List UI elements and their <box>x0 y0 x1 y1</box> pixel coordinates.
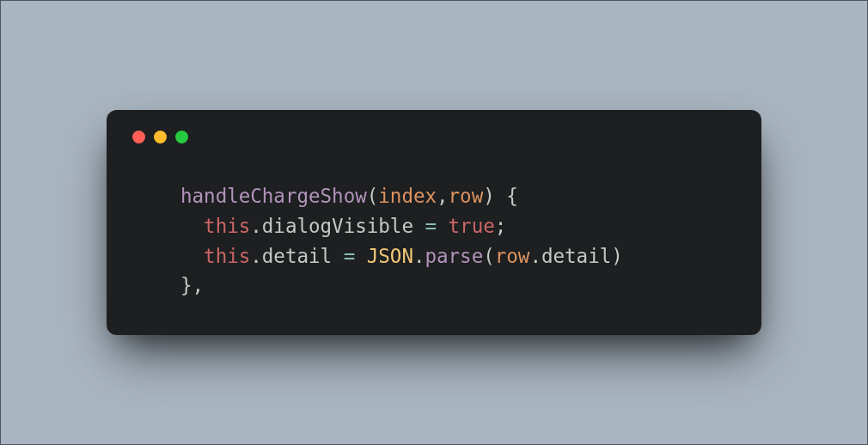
this-keyword: this <box>204 215 250 237</box>
space <box>332 245 344 267</box>
true-literal: true <box>449 215 495 237</box>
param-index: index <box>378 185 437 207</box>
code-line-3: this.detail = JSON.parse(row.detail) <box>180 245 623 267</box>
code-block: handleChargeShow(index,row) { this.dialo… <box>131 181 737 310</box>
close-brace-comma: }, <box>180 274 204 296</box>
minimize-icon[interactable] <box>154 131 167 143</box>
detail-prop: detail <box>541 245 611 267</box>
semicolon: ; <box>495 215 507 237</box>
dot: . <box>413 245 425 267</box>
dot: . <box>529 245 541 267</box>
indent <box>180 215 204 237</box>
param-row: row <box>449 185 484 207</box>
prop-dialogVisible: dialogVisible <box>262 215 413 237</box>
space <box>413 215 425 237</box>
code-line-1: handleChargeShow(index,row) { <box>180 185 518 207</box>
dot: . <box>250 245 262 267</box>
prop-detail: detail <box>262 245 332 267</box>
close-icon[interactable] <box>132 131 145 143</box>
row-identifier: row <box>495 245 530 267</box>
dot: . <box>250 215 262 237</box>
code-line-4: }, <box>180 274 204 296</box>
comma: , <box>437 185 449 207</box>
this-keyword: this <box>204 245 250 267</box>
space <box>355 245 367 267</box>
open-paren: ( <box>367 185 379 207</box>
space <box>437 215 449 237</box>
code-line-2: this.dialogVisible = true; <box>180 215 506 237</box>
json-object: JSON <box>367 245 413 267</box>
equals-op: = <box>344 245 356 267</box>
code-window: handleChargeShow(index,row) { this.dialo… <box>107 110 761 336</box>
traffic-lights <box>132 131 737 143</box>
parse-method: parse <box>425 245 483 267</box>
zoom-icon[interactable] <box>175 131 188 143</box>
function-name: handleChargeShow <box>180 185 367 207</box>
equals-op: = <box>425 215 437 237</box>
close-paren: ) <box>611 245 623 267</box>
close-paren-brace: ) { <box>483 185 518 207</box>
open-paren: ( <box>483 245 495 267</box>
indent <box>180 245 204 267</box>
